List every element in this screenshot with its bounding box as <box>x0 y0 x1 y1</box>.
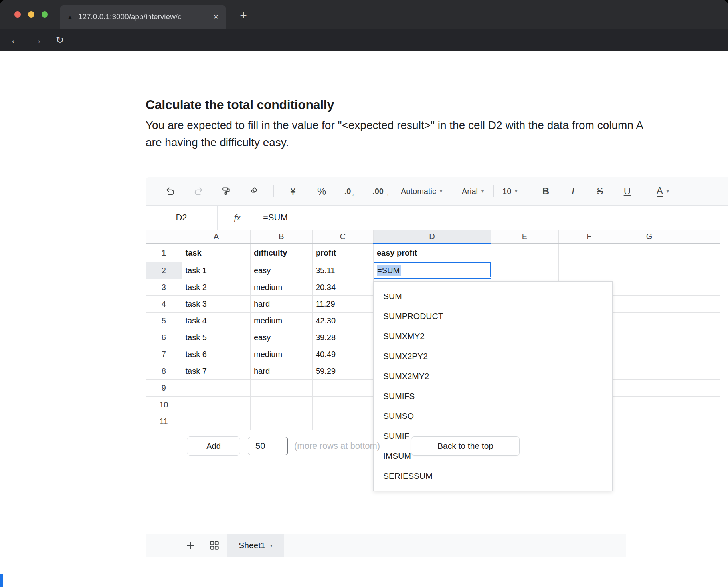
currency-format-button[interactable]: ¥ <box>282 182 304 201</box>
cell-C9[interactable] <box>313 379 374 396</box>
cell-B7[interactable]: medium <box>251 346 313 363</box>
add-rows-button[interactable]: Add <box>187 436 240 456</box>
autocomplete-item-sum[interactable]: SUM <box>374 286 612 306</box>
increase-decimal-button[interactable]: .00→ <box>366 182 395 201</box>
fill-handle[interactable] <box>489 277 491 279</box>
minimize-window-button[interactable] <box>28 11 34 18</box>
text-color-button[interactable]: A ▾ <box>651 182 674 201</box>
number-format-dropdown[interactable]: Automatic ▾ <box>401 187 442 196</box>
cell-A2[interactable]: task 1 <box>182 262 251 279</box>
row-header-6[interactable]: 6 <box>146 329 182 346</box>
grid-corner-cell[interactable] <box>146 230 182 244</box>
cell-G6[interactable] <box>619 329 679 346</box>
autocomplete-item-sumx2py2[interactable]: SUMX2PY2 <box>374 346 612 366</box>
cell-C4[interactable]: 11.29 <box>313 295 374 312</box>
cell-C5[interactable]: 42.30 <box>313 312 374 329</box>
cell-A1[interactable]: task <box>182 244 251 262</box>
cell-A3[interactable]: task 2 <box>182 279 251 295</box>
sheet-tab-sheet1[interactable]: Sheet1 ▾ <box>227 534 284 557</box>
row-header-9[interactable]: 9 <box>146 379 182 396</box>
cell-B10[interactable] <box>251 396 313 413</box>
cell-B3[interactable]: medium <box>251 279 313 295</box>
column-header-F[interactable]: F <box>559 230 619 244</box>
row-header-3[interactable]: 3 <box>146 279 182 295</box>
cell-G3[interactable] <box>619 279 679 295</box>
cell-F2[interactable] <box>559 262 619 279</box>
cell-C3[interactable]: 20.34 <box>313 279 374 295</box>
cell-C10[interactable] <box>313 396 374 413</box>
column-header-H[interactable] <box>679 230 720 244</box>
cell-E2[interactable] <box>491 262 559 279</box>
cell-H4[interactable] <box>679 295 720 312</box>
autocomplete-item-seriessum[interactable]: SERIESSUM <box>374 466 612 486</box>
autocomplete-item-sumx2my2[interactable]: SUMX2MY2 <box>374 366 612 386</box>
cell-H6[interactable] <box>679 329 720 346</box>
close-tab-icon[interactable]: ✕ <box>213 13 219 21</box>
cell-A6[interactable]: task 5 <box>182 329 251 346</box>
column-header-B[interactable]: B <box>251 230 313 244</box>
cell-B11[interactable] <box>251 413 313 430</box>
autocomplete-item-sumxmy2[interactable]: SUMXMY2 <box>374 326 612 346</box>
paint-format-button[interactable] <box>215 182 237 201</box>
cell-A4[interactable]: task 3 <box>182 295 251 312</box>
row-header-1[interactable]: 1 <box>146 244 182 262</box>
row-header-4[interactable]: 4 <box>146 295 182 312</box>
cell-B1[interactable]: difficulty <box>251 244 313 262</box>
cell-F1[interactable] <box>559 244 619 262</box>
forward-button[interactable]: → <box>29 29 45 51</box>
column-header-G[interactable]: G <box>619 230 679 244</box>
italic-button[interactable]: I <box>562 182 584 201</box>
cell-A8[interactable]: task 7 <box>182 363 251 379</box>
cell-B4[interactable]: hard <box>251 295 313 312</box>
cell-H10[interactable] <box>679 396 720 413</box>
autocomplete-item-sumsq[interactable]: SUMSQ <box>374 406 612 426</box>
row-header-10[interactable]: 10 <box>146 396 182 413</box>
cell-G1[interactable] <box>619 244 679 262</box>
cell-G11[interactable] <box>619 413 679 430</box>
cell-H9[interactable] <box>679 379 720 396</box>
redo-button[interactable] <box>187 182 210 201</box>
bold-button[interactable]: B <box>534 182 557 201</box>
cell-C1[interactable]: profit <box>313 244 374 262</box>
percent-format-button[interactable]: % <box>311 182 333 201</box>
undo-button[interactable] <box>159 182 182 201</box>
row-header-8[interactable]: 8 <box>146 363 182 379</box>
cell-D2[interactable]: =SUM <box>374 262 491 279</box>
cell-H8[interactable] <box>679 363 720 379</box>
font-family-dropdown[interactable]: Arial ▾ <box>462 187 484 196</box>
cell-A11[interactable] <box>182 413 251 430</box>
cell-C2[interactable]: 35.11 <box>313 262 374 279</box>
cell-H1[interactable] <box>679 244 720 262</box>
cell-G10[interactable] <box>619 396 679 413</box>
decrease-decimal-button[interactable]: .0← <box>338 182 363 201</box>
cell-E1[interactable] <box>491 244 559 262</box>
cell-B2[interactable]: easy <box>251 262 313 279</box>
cell-name-box[interactable]: D2 <box>146 206 218 230</box>
cell-G5[interactable] <box>619 312 679 329</box>
cell-B6[interactable]: easy <box>251 329 313 346</box>
sheet-menu-caret-icon[interactable]: ▾ <box>270 543 273 548</box>
new-tab-button[interactable]: + <box>236 8 251 22</box>
cell-G2[interactable] <box>619 262 679 279</box>
cell-B8[interactable]: hard <box>251 363 313 379</box>
cell-G9[interactable] <box>619 379 679 396</box>
row-header-2[interactable]: 2 <box>146 262 182 279</box>
all-sheets-button[interactable] <box>210 541 219 550</box>
column-header-E[interactable]: E <box>491 230 559 244</box>
clear-format-button[interactable] <box>243 182 265 201</box>
cell-A5[interactable]: task 4 <box>182 312 251 329</box>
cell-H7[interactable] <box>679 346 720 363</box>
row-header-11[interactable]: 11 <box>146 413 182 430</box>
cell-C8[interactable]: 59.29 <box>313 363 374 379</box>
autocomplete-item-sumifs[interactable]: SUMIFS <box>374 386 612 406</box>
autocomplete-item-sumproduct[interactable]: SUMPRODUCT <box>374 306 612 326</box>
close-window-button[interactable] <box>14 11 21 18</box>
row-header-7[interactable]: 7 <box>146 346 182 363</box>
row-header-5[interactable]: 5 <box>146 312 182 329</box>
maximize-window-button[interactable] <box>42 11 48 18</box>
browser-tab[interactable]: ▲ 127.0.0.1:3000/app/interview/c ✕ <box>60 5 226 29</box>
cell-C11[interactable] <box>313 413 374 430</box>
cell-H2[interactable] <box>679 262 720 279</box>
formula-input[interactable]: =SUM <box>257 206 288 230</box>
strikethrough-button[interactable]: S <box>589 182 611 201</box>
